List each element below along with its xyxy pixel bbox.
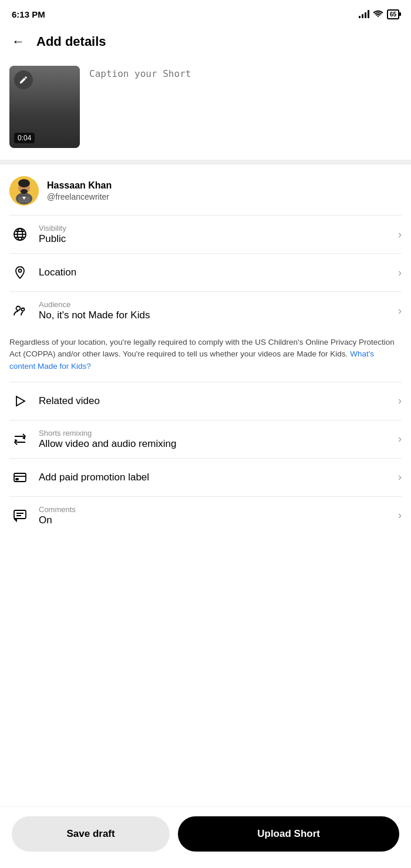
coppa-text: Regardless of your location, you're lega… <box>9 338 395 358</box>
audience-label: Audience <box>39 300 393 309</box>
paid-promotion-icon <box>9 467 31 488</box>
section-divider-1 <box>0 160 411 164</box>
audience-content: Audience No, it's not Made for Kids <box>39 300 393 321</box>
visibility-row[interactable]: Visibility Public › <box>0 216 411 253</box>
visibility-chevron: › <box>398 228 402 241</box>
svg-rect-15 <box>16 479 18 480</box>
location-chevron: › <box>398 267 402 279</box>
svg-marker-13 <box>16 396 25 406</box>
signal-icon <box>359 10 369 18</box>
edit-thumbnail-button[interactable] <box>14 70 33 89</box>
pencil-icon <box>19 75 28 85</box>
location-value: Location <box>39 267 393 278</box>
visibility-content: Visibility Public <box>39 224 393 245</box>
location-row[interactable]: Location › <box>0 254 411 291</box>
save-draft-button[interactable]: Save draft <box>12 816 170 852</box>
svg-rect-16 <box>14 510 26 519</box>
profile-name: Hassaan Khan <box>47 180 112 191</box>
profile-info: Hassaan Khan @freelancewriter <box>47 180 112 201</box>
paid-promotion-content: Add paid promotion label <box>39 472 393 483</box>
upload-short-button[interactable]: Upload Short <box>178 816 399 852</box>
coppa-section: Regardless of your location, you're lega… <box>0 329 411 382</box>
video-caption-section: 0:04 <box>0 61 411 157</box>
status-time: 6:13 PM <box>12 9 45 19</box>
battery-icon: 65 <box>387 9 399 19</box>
svg-point-3 <box>18 179 30 187</box>
video-thumbnail[interactable]: 0:04 <box>9 66 80 148</box>
remixing-value: Allow video and audio remixing <box>39 438 393 450</box>
related-video-value: Related video <box>39 395 393 407</box>
profile-row: Hassaan Khan @freelancewriter <box>0 167 411 215</box>
back-button[interactable]: ← <box>9 32 27 52</box>
remixing-chevron: › <box>398 433 402 445</box>
paid-promotion-row[interactable]: Add paid promotion label › <box>0 459 411 496</box>
paid-promotion-value: Add paid promotion label <box>39 472 393 483</box>
wifi-icon <box>373 9 383 19</box>
video-duration: 0:04 <box>14 133 35 143</box>
caption-input[interactable] <box>89 66 402 101</box>
comments-icon <box>9 505 31 526</box>
bottom-spacer <box>0 534 411 599</box>
status-icons: 65 <box>359 9 399 19</box>
related-video-row[interactable]: Related video › <box>0 382 411 420</box>
audience-value: No, it's not Made for Kids <box>39 309 393 321</box>
header: ← Add details <box>0 26 411 61</box>
remixing-content: Shorts remixing Allow video and audio re… <box>39 429 393 450</box>
related-video-content: Related video <box>39 395 393 407</box>
profile-handle: @freelancewriter <box>47 192 112 201</box>
audience-row[interactable]: Audience No, it's not Made for Kids › <box>0 292 411 329</box>
paid-promotion-chevron: › <box>398 471 402 483</box>
comments-content: Comments On <box>39 505 393 526</box>
location-icon <box>9 262 31 283</box>
audience-chevron: › <box>398 305 402 317</box>
avatar <box>9 176 39 206</box>
avatar-image <box>9 176 39 206</box>
location-content: Location <box>39 267 393 278</box>
comments-value: On <box>39 514 393 526</box>
comments-chevron: › <box>398 509 402 522</box>
audience-icon <box>9 300 31 321</box>
remixing-label: Shorts remixing <box>39 429 393 438</box>
related-video-chevron: › <box>398 395 402 407</box>
bottom-bar: Save draft Upload Short <box>0 806 411 868</box>
visibility-label: Visibility <box>39 224 393 233</box>
page-title: Add details <box>36 34 106 49</box>
svg-point-10 <box>19 270 22 272</box>
svg-point-4 <box>21 189 28 194</box>
svg-point-11 <box>16 307 21 311</box>
visibility-value: Public <box>39 233 393 245</box>
status-bar: 6:13 PM 65 <box>0 0 411 26</box>
comments-label: Comments <box>39 505 393 514</box>
play-icon <box>9 391 31 412</box>
remixing-row[interactable]: Shorts remixing Allow video and audio re… <box>0 420 411 458</box>
comments-row[interactable]: Comments On › <box>0 497 411 534</box>
svg-rect-14 <box>14 473 26 482</box>
remix-icon <box>9 429 31 450</box>
svg-point-12 <box>22 308 25 311</box>
globe-icon <box>9 224 31 245</box>
